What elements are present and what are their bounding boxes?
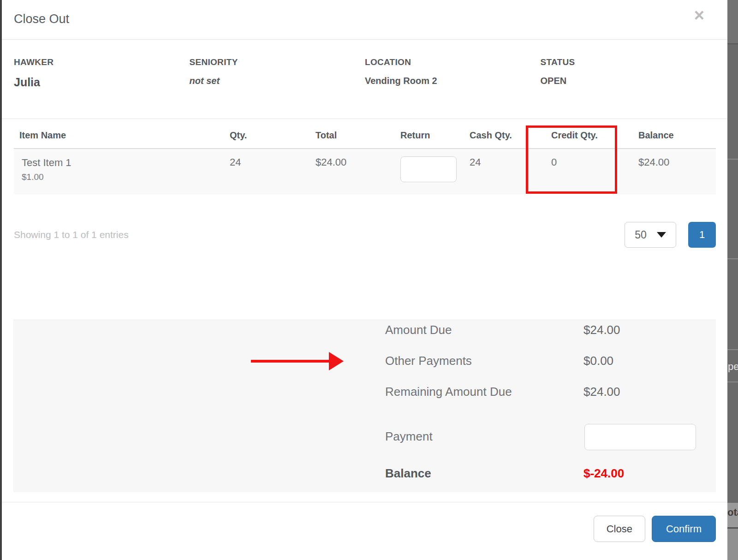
confirm-button[interactable]: Confirm: [652, 516, 716, 542]
backdrop-right-strip: pe ota: [727, 0, 738, 560]
page-1-button[interactable]: 1: [688, 222, 716, 248]
seniority-value: not set: [190, 76, 365, 86]
payment-label: Payment: [385, 429, 433, 444]
page-size-value: 50: [635, 229, 647, 241]
location-value: Vending Room 2: [365, 76, 541, 86]
backdrop-line: [727, 159, 738, 160]
column-header-credit-qty: Credit Qty.: [546, 119, 633, 149]
remaining-amount-due-label: Remaining Amount Due: [385, 385, 512, 399]
balance-cell: $24.00: [633, 149, 716, 194]
status-value: OPEN: [541, 76, 716, 86]
backdrop-line: [727, 349, 738, 350]
cash-qty-cell: 24: [464, 149, 546, 194]
modal-header: Close Out ×: [2, 0, 727, 40]
backdrop-header-band: [727, 0, 738, 44]
column-header-return: Return: [395, 119, 464, 149]
table-info-text: Showing 1 to 1 of 1 entries: [14, 229, 129, 240]
column-header-balance: Balance: [633, 119, 716, 149]
return-qty-input[interactable]: [400, 156, 457, 182]
column-header-cash-qty: Cash Qty.: [464, 119, 546, 149]
pagination-row: Showing 1 to 1 of 1 entries 50 1: [14, 222, 716, 248]
return-cell: [395, 149, 464, 194]
background-text-fragment: ota: [727, 506, 738, 518]
item-unit-price: $1.00: [19, 171, 219, 183]
backdrop-line: [727, 258, 738, 259]
backdrop-line: [727, 381, 738, 382]
page-size-select[interactable]: 50: [625, 222, 676, 248]
hawker-field: HAWKER Julia: [14, 57, 190, 119]
hawker-info-section: HAWKER Julia SENIORITY not set LOCATION …: [2, 40, 727, 119]
amount-due-label: Amount Due: [385, 323, 452, 337]
status-label: STATUS: [541, 57, 716, 67]
other-payments-value: $0.00: [583, 354, 613, 368]
balance-value: $-24.00: [583, 466, 624, 481]
column-header-total: Total: [310, 119, 395, 149]
modal-title: Close Out: [14, 12, 714, 26]
seniority-label: SENIORITY: [190, 57, 365, 67]
location-field: LOCATION Vending Room 2: [365, 57, 541, 119]
items-table: Item Name Qty. Total Return Cash Qty. Cr…: [14, 119, 716, 194]
item-name: Test Item 1: [19, 156, 219, 169]
table-header-row: Item Name Qty. Total Return Cash Qty. Cr…: [14, 119, 716, 149]
pagination-controls: 50 1: [625, 222, 716, 248]
item-name-cell: Test Item 1 $1.00: [14, 149, 224, 194]
payment-summary-panel: Amount Due $24.00 Other Payments $0.00 R…: [13, 320, 716, 492]
close-out-modal: Close Out × HAWKER Julia SENIORITY not s…: [2, 0, 727, 560]
background-text-fragment: pe: [728, 361, 738, 373]
column-header-item-name: Item Name: [14, 119, 224, 149]
close-icon[interactable]: ×: [694, 6, 704, 24]
other-payments-label: Other Payments: [385, 354, 472, 368]
red-arrow-annotation: [251, 360, 329, 363]
status-field: STATUS OPEN: [541, 57, 716, 119]
chevron-down-icon: [657, 232, 666, 238]
amount-due-value: $24.00: [583, 323, 620, 337]
payment-input[interactable]: [584, 424, 696, 450]
remaining-amount-due-value: $24.00: [583, 385, 620, 399]
backdrop-band: [727, 529, 738, 560]
location-label: LOCATION: [365, 57, 541, 67]
credit-qty-cell: 0: [546, 149, 633, 194]
hawker-value: Julia: [14, 76, 190, 89]
hawker-label: HAWKER: [14, 57, 190, 67]
close-button[interactable]: Close: [594, 516, 645, 542]
modal-footer: Close Confirm: [2, 502, 727, 542]
qty-cell: 24: [224, 149, 310, 194]
balance-label: Balance: [385, 466, 431, 481]
column-header-qty: Qty.: [224, 119, 310, 149]
total-cell: $24.00: [310, 149, 395, 194]
seniority-field: SENIORITY not set: [190, 57, 365, 119]
red-arrow-head-icon: [329, 352, 344, 370]
table-row: Test Item 1 $1.00 24 $24.00 24 0 $24.00: [14, 149, 716, 194]
screen: pe ota Close Out × HAWKER Julia SENIORIT…: [0, 0, 738, 560]
